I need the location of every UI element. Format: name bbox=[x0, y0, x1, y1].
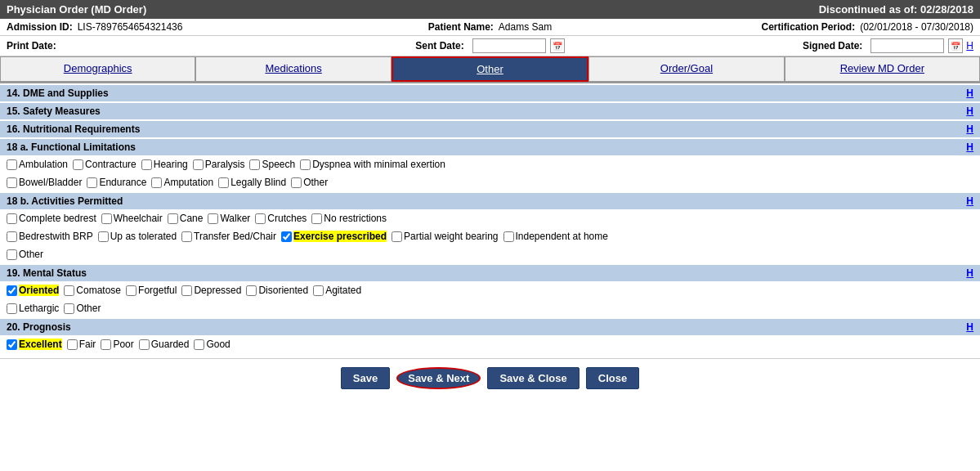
safety-h-link[interactable]: H bbox=[966, 105, 973, 117]
functional-endurance[interactable]: Endurance bbox=[87, 177, 146, 188]
prognosis-guarded[interactable]: Guarded bbox=[139, 339, 190, 350]
mental-other[interactable]: Other bbox=[64, 303, 101, 314]
dme-h-link[interactable]: H bbox=[966, 87, 973, 99]
functional-bowel-checkbox[interactable] bbox=[7, 177, 17, 188]
act-independent-at-home[interactable]: Independent at home bbox=[503, 231, 608, 242]
activities-h-link[interactable]: H bbox=[966, 195, 973, 207]
act-up-as-tolerated[interactable]: Up as tolerated bbox=[98, 231, 177, 242]
act-complete-bedrest[interactable]: Complete bedrest bbox=[7, 213, 96, 224]
functional-ambulation[interactable]: Ambulation bbox=[7, 159, 68, 170]
mental-disoriented-checkbox[interactable] bbox=[246, 285, 257, 296]
act-cane-checkbox[interactable] bbox=[168, 213, 178, 224]
mental-depressed[interactable]: Depressed bbox=[181, 285, 241, 296]
functional-hearing-checkbox[interactable] bbox=[141, 159, 152, 170]
prognosis-excellent[interactable]: Excellent bbox=[7, 339, 62, 350]
page-title: Physician Order (MD Order) bbox=[7, 3, 146, 16]
tab-review-md-order[interactable]: Review MD Order bbox=[785, 56, 980, 82]
mental-lethargic-checkbox[interactable] bbox=[7, 303, 17, 314]
act-transfer-bed-chair[interactable]: Transfer Bed/Chair bbox=[181, 231, 276, 242]
functional-speech[interactable]: Speech bbox=[249, 159, 295, 170]
act-wheelchair-label: Wheelchair bbox=[114, 213, 163, 224]
act-bedrestwith-brp-checkbox[interactable] bbox=[7, 231, 17, 242]
mental-comatose-checkbox[interactable] bbox=[64, 285, 74, 296]
mental-agitated[interactable]: Agitated bbox=[313, 285, 361, 296]
functional-bowel[interactable]: Bowel/Bladder bbox=[7, 177, 82, 188]
act-transfer-bed-chair-checkbox[interactable] bbox=[181, 231, 192, 242]
mental-forgetful[interactable]: Forgetful bbox=[126, 285, 177, 296]
tab-demographics[interactable]: Demographics bbox=[0, 56, 195, 82]
save-button[interactable]: Save bbox=[341, 367, 390, 389]
functional-legally-blind-checkbox[interactable] bbox=[218, 177, 229, 188]
functional-other[interactable]: Other bbox=[291, 177, 328, 188]
act-no-restrictions[interactable]: No restrictions bbox=[311, 213, 387, 224]
functional-paralysis[interactable]: Paralysis bbox=[193, 159, 245, 170]
act-partial-weight[interactable]: Partial weight bearing bbox=[392, 231, 498, 242]
act-wheelchair-checkbox[interactable] bbox=[101, 213, 112, 224]
prognosis-h-link[interactable]: H bbox=[966, 321, 973, 333]
act-other-checkbox[interactable] bbox=[7, 249, 17, 260]
act-up-as-tolerated-checkbox[interactable] bbox=[98, 231, 109, 242]
nutritional-h-link[interactable]: H bbox=[966, 123, 973, 135]
functional-ambulation-checkbox[interactable] bbox=[7, 159, 17, 170]
functional-other-checkbox[interactable] bbox=[291, 177, 302, 188]
cert-period-label: Certification Period: bbox=[762, 21, 856, 33]
act-wheelchair[interactable]: Wheelchair bbox=[101, 213, 163, 224]
act-exercise-prescribed[interactable]: Exercise prescribed bbox=[281, 231, 387, 242]
functional-section-header: 18 a. Functional Limitations H bbox=[0, 139, 980, 155]
functional-amputation-checkbox[interactable] bbox=[151, 177, 162, 188]
act-no-restrictions-checkbox[interactable] bbox=[311, 213, 322, 224]
act-bedrestwith-brp[interactable]: Bedrestwith BRP bbox=[7, 231, 93, 242]
prognosis-poor-checkbox[interactable] bbox=[101, 339, 111, 350]
mental-comatose[interactable]: Comatose bbox=[64, 285, 121, 296]
mental-depressed-checkbox[interactable] bbox=[181, 285, 192, 296]
mental-other-checkbox[interactable] bbox=[64, 303, 74, 314]
functional-speech-checkbox[interactable] bbox=[249, 159, 260, 170]
tab-other[interactable]: Other bbox=[392, 56, 588, 82]
functional-h-link[interactable]: H bbox=[966, 141, 973, 153]
act-partial-weight-checkbox[interactable] bbox=[392, 231, 402, 242]
functional-paralysis-checkbox[interactable] bbox=[193, 159, 204, 170]
signed-date-calendar-icon[interactable]: 📅 bbox=[948, 38, 963, 53]
act-crutches-checkbox[interactable] bbox=[255, 213, 266, 224]
prognosis-fair[interactable]: Fair bbox=[67, 339, 96, 350]
prognosis-good[interactable]: Good bbox=[194, 339, 230, 350]
mental-oriented-checkbox[interactable] bbox=[7, 285, 17, 296]
mental-h-link[interactable]: H bbox=[966, 267, 973, 279]
act-walker[interactable]: Walker bbox=[208, 213, 250, 224]
functional-hearing[interactable]: Hearing bbox=[141, 159, 188, 170]
activities-row-3: Other bbox=[0, 245, 980, 263]
functional-dyspnea-checkbox[interactable] bbox=[300, 159, 311, 170]
prognosis-excellent-checkbox[interactable] bbox=[7, 339, 17, 350]
act-complete-bedrest-checkbox[interactable] bbox=[7, 213, 17, 224]
prognosis-fair-checkbox[interactable] bbox=[67, 339, 78, 350]
signed-date-h-link[interactable]: H bbox=[966, 40, 973, 52]
act-exercise-prescribed-checkbox[interactable] bbox=[281, 231, 292, 242]
tab-order-goal[interactable]: Order/Goal bbox=[588, 56, 784, 82]
functional-endurance-checkbox[interactable] bbox=[87, 177, 97, 188]
prognosis-good-checkbox[interactable] bbox=[194, 339, 204, 350]
sent-date-input[interactable] bbox=[472, 38, 546, 53]
mental-agitated-checkbox[interactable] bbox=[313, 285, 324, 296]
act-other[interactable]: Other bbox=[7, 249, 43, 260]
mental-disoriented[interactable]: Disoriented bbox=[246, 285, 308, 296]
close-button[interactable]: Close bbox=[586, 367, 639, 389]
mental-forgetful-checkbox[interactable] bbox=[126, 285, 136, 296]
save-close-button[interactable]: Save & Close bbox=[487, 367, 579, 389]
functional-dyspnea[interactable]: Dyspnea with minimal exertion bbox=[300, 159, 445, 170]
tab-medications[interactable]: Medications bbox=[195, 56, 391, 82]
prognosis-guarded-checkbox[interactable] bbox=[139, 339, 150, 350]
prognosis-poor[interactable]: Poor bbox=[101, 339, 133, 350]
act-crutches[interactable]: Crutches bbox=[255, 213, 307, 224]
functional-amputation[interactable]: Amputation bbox=[151, 177, 213, 188]
sent-date-calendar-icon[interactable]: 📅 bbox=[550, 38, 565, 53]
mental-lethargic[interactable]: Lethargic bbox=[7, 303, 59, 314]
act-independent-at-home-checkbox[interactable] bbox=[503, 231, 514, 242]
functional-contracture[interactable]: Contracture bbox=[73, 159, 136, 170]
act-cane[interactable]: Cane bbox=[168, 213, 204, 224]
act-walker-checkbox[interactable] bbox=[208, 213, 218, 224]
functional-contracture-checkbox[interactable] bbox=[73, 159, 83, 170]
functional-legally-blind[interactable]: Legally Blind bbox=[218, 177, 286, 188]
signed-date-input[interactable] bbox=[870, 38, 944, 53]
mental-oriented[interactable]: Oriented bbox=[7, 285, 59, 296]
save-next-button[interactable]: Save & Next bbox=[396, 367, 481, 389]
